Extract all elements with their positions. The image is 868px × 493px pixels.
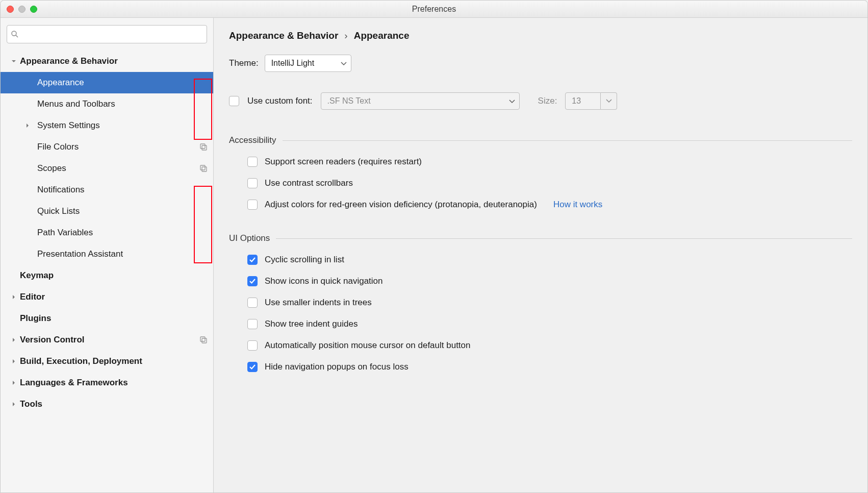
option-row: Show icons in quick navigation <box>247 276 852 286</box>
font-select[interactable]: .SF NS Text <box>321 92 520 110</box>
option-label: Adjust colors for red-green vision defic… <box>265 200 537 210</box>
sidebar-item-system-settings[interactable]: System Settings <box>1 115 213 136</box>
option-label: Use contrast scrollbars <box>265 178 353 188</box>
theme-select[interactable]: IntelliJ Light <box>265 55 351 72</box>
svg-rect-3 <box>202 145 207 150</box>
ui-options: Cyclic scrolling in listShow icons in qu… <box>229 255 852 372</box>
theme-value: IntelliJ Light <box>271 59 315 68</box>
how-it-works-link[interactable]: How it works <box>553 200 602 210</box>
size-value: 13 <box>572 96 581 106</box>
accessibility-options: Support screen readers (requires restart… <box>229 157 852 210</box>
sidebar-item-scopes[interactable]: Scopes <box>1 158 213 179</box>
sidebar-item-label: Quick Lists <box>37 206 208 216</box>
size-dropdown-button[interactable] <box>601 92 617 110</box>
sidebar-item-label: Editor <box>20 292 208 302</box>
chevron-right-icon <box>10 379 18 387</box>
sidebar-item-label: Presentation Assistant <box>37 249 208 259</box>
sidebar-item-tools[interactable]: Tools <box>1 393 213 415</box>
option-row: Adjust colors for red-green vision defic… <box>247 200 852 210</box>
sidebar-item-label: Plugins <box>20 313 208 324</box>
sidebar-item-version-control[interactable]: Version Control <box>1 329 213 351</box>
sidebar-item-keymap[interactable]: Keymap <box>1 265 213 286</box>
option-label: Cyclic scrolling in list <box>265 255 344 265</box>
project-level-icon <box>199 142 208 152</box>
size-input[interactable]: 13 <box>565 92 601 110</box>
sidebar-item-label: Scopes <box>37 163 199 174</box>
sidebar-item-notifications[interactable]: Notifications <box>1 179 213 201</box>
sidebar-item-label: File Colors <box>37 142 199 152</box>
sidebar-item-label: Languages & Frameworks <box>20 378 208 388</box>
sidebar-item-editor[interactable]: Editor <box>1 286 213 308</box>
minimize-button[interactable] <box>18 6 25 13</box>
svg-rect-7 <box>202 338 207 343</box>
checkbox[interactable] <box>247 200 258 210</box>
checkbox[interactable] <box>247 319 258 329</box>
checkbox[interactable] <box>247 362 258 372</box>
checkbox[interactable] <box>247 255 258 265</box>
size-label: Size: <box>538 96 557 106</box>
option-row: Use contrast scrollbars <box>247 178 852 188</box>
content: Appearance & BehaviorAppearanceMenus and… <box>1 18 867 492</box>
breadcrumb-current: Appearance <box>354 30 410 41</box>
option-label: Use smaller indents in trees <box>265 298 372 308</box>
sidebar-item-label: Appearance <box>37 78 208 88</box>
preferences-window: Preferences Appearance & BehaviorAppeara… <box>0 0 868 493</box>
checkbox[interactable] <box>247 340 258 351</box>
chevron-right-icon <box>10 293 18 301</box>
checkbox[interactable] <box>247 178 258 188</box>
checkbox[interactable] <box>247 298 258 308</box>
sidebar: Appearance & BehaviorAppearanceMenus and… <box>1 18 214 492</box>
checkbox[interactable] <box>247 276 258 286</box>
sidebar-item-languages-frameworks[interactable]: Languages & Frameworks <box>1 372 213 393</box>
breadcrumb: Appearance & Behavior › Appearance <box>229 30 852 41</box>
window-controls <box>7 6 37 13</box>
sidebar-item-appearance-behavior[interactable]: Appearance & Behavior <box>1 51 213 72</box>
option-row: Cyclic scrolling in list <box>247 255 852 265</box>
sidebar-item-label: Build, Execution, Deployment <box>20 356 208 366</box>
option-row: Show tree indent guides <box>247 319 852 329</box>
settings-tree: Appearance & BehaviorAppearanceMenus and… <box>1 48 213 492</box>
chevron-right-icon <box>10 400 18 408</box>
sidebar-item-label: System Settings <box>37 120 208 131</box>
option-label: Hide navigation popups on focus loss <box>265 362 409 372</box>
window-title: Preferences <box>412 5 456 14</box>
main-panel: Appearance & Behavior › Appearance Theme… <box>214 18 867 492</box>
sidebar-item-label: Tools <box>20 399 208 409</box>
maximize-button[interactable] <box>30 6 37 13</box>
svg-line-1 <box>16 35 18 37</box>
sidebar-item-label: Keymap <box>20 270 208 281</box>
option-row: Hide navigation popups on focus loss <box>247 362 852 372</box>
svg-point-0 <box>12 31 16 36</box>
sidebar-item-appearance[interactable]: Appearance <box>1 72 213 93</box>
search-input[interactable] <box>7 25 207 43</box>
sidebar-item-plugins[interactable]: Plugins <box>1 308 213 329</box>
close-button[interactable] <box>7 6 14 13</box>
sidebar-item-presentation-assistant[interactable]: Presentation Assistant <box>1 243 213 265</box>
svg-rect-6 <box>200 337 205 341</box>
breadcrumb-root: Appearance & Behavior <box>229 30 338 41</box>
arrow-spacer <box>10 272 18 280</box>
sidebar-item-label: Path Variables <box>37 228 208 238</box>
search-icon <box>11 30 20 39</box>
option-row: Use smaller indents in trees <box>247 298 852 308</box>
sidebar-item-label: Notifications <box>37 185 208 195</box>
theme-label: Theme: <box>229 58 259 68</box>
sidebar-item-label: Menus and Toolbars <box>37 99 208 109</box>
option-row: Automatically position mouse cursor on d… <box>247 340 852 351</box>
checkbox[interactable] <box>247 157 258 167</box>
chevron-right-icon <box>10 336 18 344</box>
chevron-down-icon <box>341 59 347 68</box>
use-custom-font-checkbox[interactable] <box>229 96 239 106</box>
option-label: Support screen readers (requires restart… <box>265 157 422 167</box>
sidebar-item-path-variables[interactable]: Path Variables <box>1 222 213 243</box>
sidebar-item-menus-and-toolbars[interactable]: Menus and Toolbars <box>1 93 213 115</box>
sidebar-item-quick-lists[interactable]: Quick Lists <box>1 201 213 222</box>
chevron-right-icon <box>25 120 37 131</box>
option-label: Automatically position mouse cursor on d… <box>265 340 471 351</box>
titlebar: Preferences <box>1 1 867 18</box>
chevron-right-icon: › <box>344 30 347 41</box>
sidebar-item-label: Version Control <box>20 335 199 345</box>
sidebar-item-build-execution-deployment[interactable]: Build, Execution, Deployment <box>1 351 213 372</box>
sidebar-item-file-colors[interactable]: File Colors <box>1 136 213 158</box>
svg-rect-2 <box>200 144 205 149</box>
